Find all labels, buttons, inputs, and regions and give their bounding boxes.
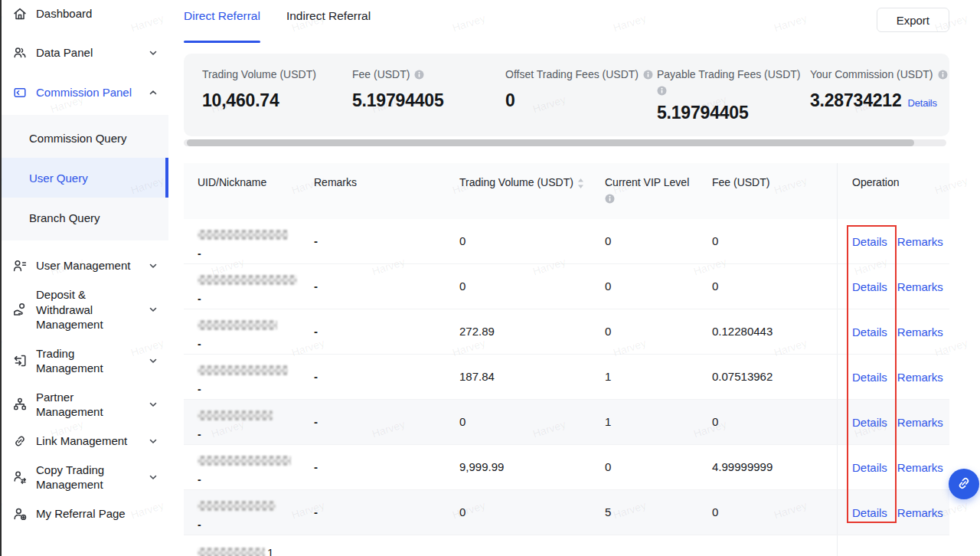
remarks-link[interactable]: Remarks — [897, 280, 943, 293]
sidebar-item-label: Commission Panel — [36, 85, 132, 100]
sidebar-item-link-management[interactable]: Link Management — [2, 427, 168, 456]
floating-link-button[interactable] — [949, 469, 979, 499]
remarks-link[interactable]: Remarks — [897, 461, 943, 474]
sort-icon[interactable] — [577, 178, 584, 191]
details-link[interactable]: Details — [852, 416, 887, 429]
table-row: 1 — [184, 535, 949, 556]
sidebar-item-trading-management[interactable]: Trading Management — [2, 339, 168, 383]
sidebar-lower-group: User ManagementDeposit & Withdrawal Mana… — [2, 251, 168, 528]
tab-direct-referral[interactable]: Direct Referral — [184, 9, 260, 43]
sidebar-item-deposit-withdrawal-management[interactable]: Deposit & Withdrawal Management — [2, 280, 168, 339]
table-row: --010DetailsRemarks — [184, 400, 949, 445]
col-uid-nickname: UID/Nickname — [184, 163, 314, 219]
uid-suffix: 1 — [267, 546, 273, 556]
window-left-edge — [0, 0, 2, 556]
link-icon — [12, 433, 28, 449]
col-remarks: Remarks — [314, 163, 459, 219]
details-link[interactable]: Details — [852, 461, 887, 474]
sidebar-subitem-label: Commission Query — [29, 132, 127, 145]
uid-cell: - — [184, 355, 314, 399]
info-icon[interactable] — [605, 194, 615, 204]
col-trading-volume[interactable]: Trading Volume (USDT) — [459, 163, 605, 219]
sidebar-item-commission-panel[interactable]: Commission Panel — [2, 80, 168, 105]
masked-uid — [198, 410, 273, 420]
remarks-link[interactable]: Remarks — [897, 506, 943, 519]
table-body: --000DetailsRemarks--000DetailsRemarks--… — [184, 219, 949, 556]
details-link[interactable]: Details — [852, 235, 887, 248]
stat-value: 0 — [505, 90, 657, 111]
vip-level-cell: 0 — [605, 445, 712, 489]
fee-cell: 0.12280443 — [712, 309, 837, 354]
sidebar-item-label: Dashboard — [36, 6, 92, 21]
remarks-link[interactable]: Remarks — [897, 416, 943, 429]
fee-cell: 4.99999999 — [712, 445, 837, 489]
vip-level-cell — [605, 535, 712, 556]
uid-subtext: - — [198, 383, 314, 395]
referral-icon — [12, 506, 28, 522]
operation-cell: DetailsRemarks — [837, 264, 949, 309]
sidebar-item-user-management[interactable]: User Management — [2, 251, 168, 280]
sidebar-subitem-commission-query[interactable]: Commission Query — [2, 118, 168, 158]
remarks-cell: - — [314, 264, 459, 309]
remarks-link[interactable]: Remarks — [897, 371, 943, 384]
link-icon — [956, 476, 972, 493]
stat-value: 3.28734212 Details — [810, 90, 948, 111]
uid-subtext: - — [198, 247, 314, 260]
fee-cell — [712, 535, 837, 556]
details-link[interactable]: Details — [852, 371, 887, 384]
sidebar-item-my-referral-page[interactable]: My Referral Page — [2, 499, 168, 528]
masked-uid — [198, 275, 297, 285]
vip-level-cell: 0 — [605, 309, 712, 354]
tab-indirect-referral[interactable]: Indirect Referral — [286, 9, 371, 43]
uid-cell: 1 — [184, 535, 314, 556]
sidebar-item-copy-trading-management[interactable]: Copy Trading Management — [2, 456, 168, 499]
masked-uid — [198, 230, 288, 240]
sidebar-item-label: Copy Trading Management — [36, 463, 136, 492]
info-icon[interactable] — [414, 70, 424, 80]
remarks-link[interactable]: Remarks — [897, 235, 943, 248]
masked-uid — [198, 456, 291, 466]
details-link[interactable]: Details — [852, 506, 887, 519]
table-row: --000DetailsRemarks — [184, 264, 949, 309]
trading-volume-cell: 272.89 — [459, 309, 605, 354]
masked-uid — [198, 320, 277, 330]
info-icon[interactable] — [938, 70, 948, 80]
table-row: --000DetailsRemarks — [184, 219, 949, 264]
sidebar-item-label: Data Panel — [36, 45, 93, 61]
operation-cell: DetailsRemarks — [837, 490, 949, 535]
uid-cell: - — [184, 264, 314, 309]
sidebar-item-dashboard[interactable]: Dashboard — [2, 2, 168, 26]
sidebar-item-data-panel[interactable]: Data Panel — [2, 41, 168, 65]
trading-volume-cell: 0 — [459, 400, 605, 444]
sidebar-submenu: Commission QueryUser QueryBranch Query — [2, 115, 168, 240]
sidebar-subitem-user-query[interactable]: User Query — [2, 158, 168, 198]
details-link[interactable]: Details — [852, 280, 887, 293]
trading-volume-cell: 0 — [459, 490, 605, 535]
hand-coin-icon — [12, 302, 28, 317]
stat-value: 5.19794405 — [657, 103, 810, 123]
operation-cell: DetailsRemarks — [837, 355, 949, 399]
commission-details-link[interactable]: Details — [908, 97, 937, 109]
details-link[interactable]: Details — [852, 325, 887, 339]
horizontal-scrollbar[interactable] — [184, 139, 946, 146]
info-icon[interactable] — [657, 86, 667, 96]
table-row: --272.8900.12280443DetailsRemarks — [184, 309, 949, 355]
fee-cell: 0 — [712, 490, 837, 535]
table-row: --9,999.9904.99999999DetailsRemarks — [184, 445, 949, 490]
transfer-icon — [12, 353, 28, 368]
sidebar-item-partner-management[interactable]: Partner Management — [2, 383, 168, 427]
stat-label: Trading Volume (USDT) — [202, 68, 316, 80]
stat-trading-volume: Trading Volume (USDT) 10,460.74 — [202, 68, 352, 136]
export-button[interactable]: Export — [877, 8, 949, 32]
scrollbar-thumb[interactable] — [187, 139, 914, 146]
remarks-link[interactable]: Remarks — [897, 325, 943, 339]
vip-level-cell: 0 — [605, 264, 712, 309]
sidebar-item-label: Link Management — [36, 433, 127, 449]
stat-fee: Fee (USDT) 5.19794405 — [352, 68, 505, 136]
stat-label: Payable Trading Fees (USDT) — [657, 68, 801, 80]
sidebar-item-label: Deposit & Withdrawal Management — [36, 287, 136, 332]
sidebar-subitem-branch-query[interactable]: Branch Query — [2, 198, 168, 237]
chevron-down-icon — [149, 356, 158, 365]
sidebar-item-label: Partner Management — [36, 390, 136, 420]
info-icon[interactable] — [643, 70, 653, 80]
